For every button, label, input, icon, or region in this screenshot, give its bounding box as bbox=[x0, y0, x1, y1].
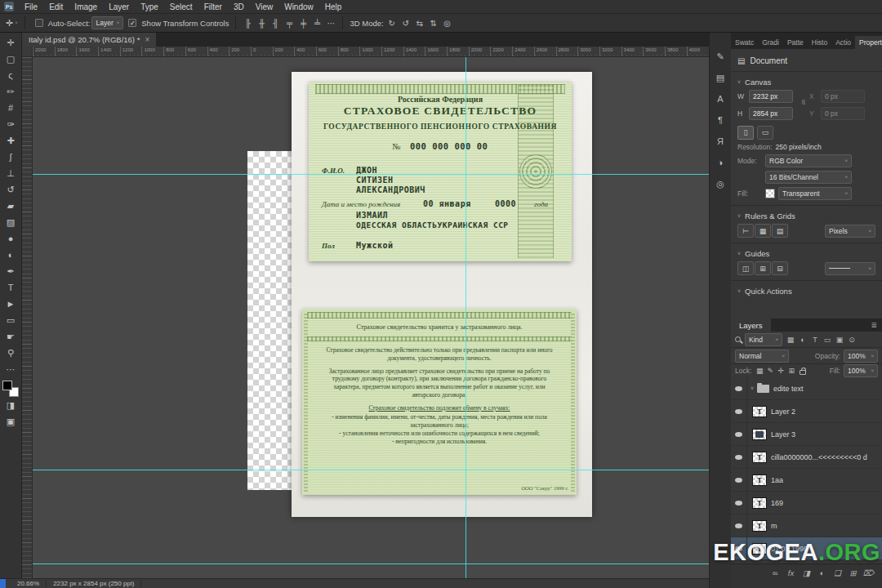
vertical-ruler[interactable] bbox=[22, 57, 33, 578]
filter-pixel-layers-icon[interactable]: ▦ bbox=[785, 336, 796, 344]
auto-select-target-dropdown[interactable]: Layer˅ bbox=[91, 16, 123, 29]
presets-icon[interactable]: ▤ bbox=[710, 69, 730, 87]
show-transform-checkbox[interactable]: ✓ bbox=[128, 19, 136, 27]
guides-layout-icon[interactable]: ◫ bbox=[737, 261, 754, 275]
visibility-toggle[interactable] bbox=[731, 400, 747, 422]
layer-thumbnail[interactable]: T bbox=[752, 406, 767, 417]
crop-tool[interactable]: # bbox=[1, 100, 20, 116]
3d-slide-icon[interactable]: ⇅ bbox=[427, 16, 440, 29]
tool-preset-caret-icon[interactable]: ˅ bbox=[15, 20, 18, 25]
toggle-rulers-icon[interactable]: ⊢ bbox=[737, 224, 754, 238]
screen-mode-icon[interactable]: ▣ bbox=[1, 413, 20, 430]
lock-position-icon[interactable]: ✛ bbox=[776, 367, 786, 375]
lock-transparency-icon[interactable]: ▦ bbox=[755, 367, 764, 375]
horizontal-guide[interactable] bbox=[33, 564, 709, 564]
menu-item[interactable]: Select bbox=[164, 0, 198, 13]
layer-row[interactable]: ˅ T cilla0000000...<<<<<<<<<0 d bbox=[731, 446, 882, 469]
canvas-height-input[interactable]: 2854 px bbox=[749, 107, 793, 120]
layer-row[interactable]: ˅ T m bbox=[731, 514, 882, 537]
horizontal-ruler[interactable]: 2000180016001400120010008006004002000200… bbox=[33, 47, 709, 57]
3d-pan-icon[interactable]: ⇆ bbox=[413, 16, 426, 29]
gradient-tool[interactable]: ▨ bbox=[1, 214, 20, 230]
guides-section-header[interactable]: ˅ Guides bbox=[737, 247, 875, 260]
eyedropper-tool[interactable]: ✑ bbox=[1, 116, 20, 132]
panel-tab[interactable]: Properties bbox=[855, 36, 882, 49]
new-layer-icon[interactable]: ⊞ bbox=[846, 567, 860, 580]
expand-group-icon[interactable]: ˅ bbox=[751, 385, 754, 391]
landscape-orientation-button[interactable]: ▭ bbox=[757, 126, 773, 140]
filter-toggle-icon[interactable]: ⊙ bbox=[846, 336, 858, 344]
rectangular-marquee-tool[interactable]: ▢ bbox=[1, 51, 20, 67]
brush-tool[interactable]: ʃ bbox=[1, 149, 20, 165]
edit-toolbar-icon[interactable]: ⋯ bbox=[1, 361, 20, 377]
spot-healing-brush-tool[interactable]: ✚ bbox=[1, 132, 20, 149]
layer-name[interactable]: Layer 2 bbox=[771, 408, 795, 416]
hand-tool[interactable]: ☛ bbox=[1, 328, 20, 345]
document-tab[interactable]: Italy id.psd @ 20.7% (RGB/16) * × bbox=[22, 33, 156, 47]
pen-tool[interactable]: ✒ bbox=[1, 263, 20, 279]
character-panel-icon[interactable]: A bbox=[710, 90, 730, 108]
layer-name[interactable]: cilla0000000...<<<<<<<<<0 d bbox=[771, 453, 867, 461]
menu-item[interactable]: Image bbox=[69, 0, 103, 13]
align-left-edges-icon[interactable]: ╟ bbox=[241, 16, 254, 29]
menu-item[interactable]: Type bbox=[135, 0, 164, 13]
snap-icon[interactable]: ▤ bbox=[772, 224, 788, 238]
layer-name[interactable]: Layer 3 bbox=[771, 430, 795, 439]
delete-layer-icon[interactable]: ⌦ bbox=[862, 567, 875, 580]
panel-menu-icon[interactable]: ≣ bbox=[871, 318, 882, 332]
align-horizontal-centers-icon[interactable]: ╫ bbox=[255, 16, 268, 29]
layer-name[interactable]: 1aa bbox=[771, 476, 783, 484]
visibility-toggle[interactable] bbox=[731, 469, 747, 491]
align-bottom-edges-icon[interactable]: ╧ bbox=[310, 16, 323, 29]
brush-settings-icon[interactable]: ✎ bbox=[710, 47, 730, 65]
3d-roll-icon[interactable]: ↺ bbox=[399, 16, 412, 29]
opacity-dropdown[interactable]: 100%˅ bbox=[844, 350, 878, 363]
bit-depth-dropdown[interactable]: 16 Bits/Channel˅ bbox=[765, 171, 852, 184]
panel-tab[interactable]: Patte bbox=[783, 36, 808, 49]
new-group-icon[interactable]: ❏ bbox=[831, 567, 844, 580]
canvas[interactable]: Российская Федерация СТРАХОВОЕ СВИДЕТЕЛЬ… bbox=[33, 57, 709, 578]
menu-item[interactable]: View bbox=[250, 0, 279, 13]
menu-item[interactable]: File bbox=[19, 0, 43, 13]
clone-stamp-tool[interactable]: ⊥ bbox=[1, 165, 20, 181]
layer-row[interactable]: ˅ T Layer 3 bbox=[731, 423, 882, 446]
toggle-grid-icon[interactable]: ▦ bbox=[755, 224, 771, 238]
type-tool[interactable]: T bbox=[1, 279, 20, 296]
layer-row[interactable]: ˅ T 169 bbox=[731, 492, 882, 514]
panel-tab[interactable]: Gradi bbox=[758, 36, 783, 49]
quick-mask-icon[interactable]: ◨ bbox=[1, 397, 20, 413]
3d-rotate-icon[interactable]: ↻ bbox=[385, 16, 399, 29]
ruler-units-dropdown[interactable]: Pixels˅ bbox=[825, 225, 875, 238]
layer-thumbnail[interactable]: T bbox=[752, 520, 767, 532]
layer-name[interactable]: 169 bbox=[771, 499, 783, 507]
zoom-tool[interactable]: ⚲ bbox=[1, 345, 20, 361]
blend-mode-dropdown[interactable]: Normal˅ bbox=[735, 350, 789, 363]
filter-smart-objects-icon[interactable]: ▣ bbox=[834, 336, 845, 344]
layer-name[interactable]: m bbox=[771, 522, 777, 530]
panel-tab[interactable]: Histo bbox=[808, 36, 831, 49]
vertical-guide[interactable] bbox=[466, 57, 466, 578]
layer-row[interactable]: ˅ T Layer 2 bbox=[731, 400, 882, 423]
eraser-tool[interactable]: ▰ bbox=[1, 198, 20, 214]
menu-item[interactable]: 3D bbox=[228, 0, 250, 13]
panel-tab[interactable]: Actio bbox=[831, 36, 855, 49]
3d-zoom-icon[interactable]: ◎ bbox=[441, 16, 454, 29]
lock-guides-icon[interactable]: ⊞ bbox=[755, 261, 771, 275]
filter-type-layers-icon[interactable]: T bbox=[809, 336, 821, 344]
dodge-tool[interactable]: ◐ bbox=[1, 247, 20, 263]
add-layer-mask-icon[interactable]: ◨ bbox=[800, 567, 813, 580]
tab-layers[interactable]: Layers bbox=[731, 318, 771, 332]
visibility-toggle[interactable] bbox=[731, 377, 747, 399]
layer-thumbnail[interactable]: T bbox=[752, 429, 767, 440]
layer-effects-icon[interactable]: fx bbox=[784, 567, 798, 580]
visibility-toggle[interactable] bbox=[731, 514, 747, 537]
more-align-options-icon[interactable]: ⋯ bbox=[324, 16, 337, 29]
lock-artboard-icon[interactable]: ⊞ bbox=[786, 367, 796, 375]
fill-dropdown[interactable]: 100%˅ bbox=[844, 364, 878, 377]
rectangle-tool[interactable]: ▭ bbox=[1, 312, 20, 328]
horizontal-guide[interactable] bbox=[33, 470, 709, 470]
portrait-orientation-button[interactable]: ▯ bbox=[737, 126, 754, 140]
move-tool[interactable]: ✛ bbox=[1, 34, 20, 51]
adjustments-panel-icon[interactable]: ◑ bbox=[710, 154, 730, 172]
adjustment-layer-icon[interactable]: ◐ bbox=[815, 567, 829, 580]
